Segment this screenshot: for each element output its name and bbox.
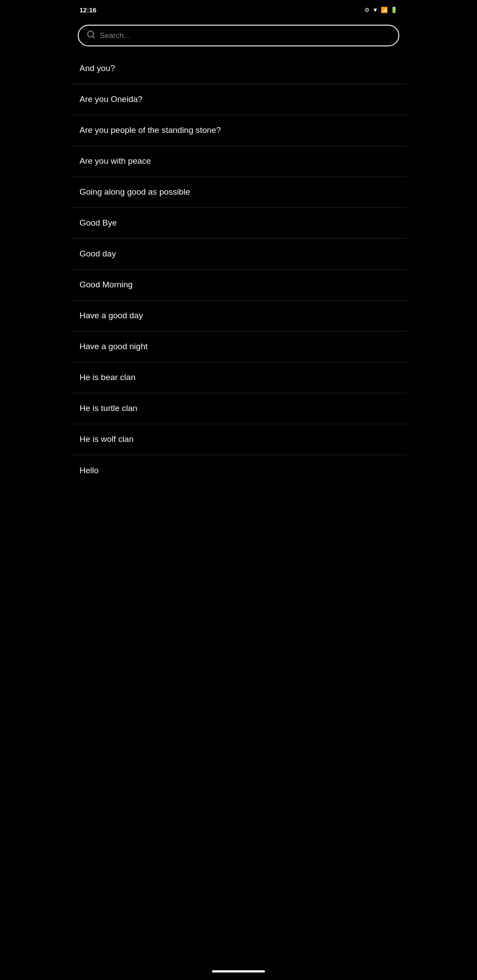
list-item-text: Good day (80, 249, 116, 260)
status-icons: ⚙ ▼ 📶 🔋 (364, 7, 398, 13)
home-indicator (212, 970, 265, 972)
signal-icon: ▼ (372, 7, 378, 13)
list-item-text: Hello (80, 465, 98, 476)
list-item[interactable]: He is bear clan (71, 362, 406, 393)
list-item[interactable]: And you? (71, 53, 406, 84)
list-item-text: Are you with peace (80, 156, 151, 167)
list-item[interactable]: Are you with peace (71, 146, 406, 177)
status-bar: 12:16 ⚙ ▼ 📶 🔋 (71, 0, 406, 19)
list-item-text: He is bear clan (80, 372, 136, 383)
search-bar[interactable] (78, 25, 399, 46)
list-item-text: He is turtle clan (80, 403, 137, 414)
list-item[interactable]: Are you Oneida? (71, 84, 406, 115)
list-item-text: Have a good night (80, 341, 148, 352)
list-container: And you?Are you Oneida?Are you people of… (71, 53, 406, 486)
notification-icon: ⚙ (364, 7, 370, 13)
list-item[interactable]: Hello (71, 455, 406, 486)
list-item[interactable]: Have a good day (71, 301, 406, 332)
list-item-text: Are you people of the standing stone? (80, 125, 221, 136)
search-input[interactable] (100, 31, 390, 40)
status-time: 12:16 (80, 6, 96, 14)
bottom-bar (71, 965, 406, 980)
list-item-text: Have a good day (80, 310, 143, 321)
list-item[interactable]: He is wolf clan (71, 424, 406, 455)
list-item[interactable]: Good Morning (71, 270, 406, 301)
list-item[interactable]: Good day (71, 239, 406, 270)
list-item[interactable]: Are you people of the standing stone? (71, 115, 406, 146)
svg-line-1 (93, 36, 95, 38)
list-item-text: Are you Oneida? (80, 94, 143, 105)
wifi-icon: 📶 (381, 7, 388, 13)
list-item[interactable]: He is turtle clan (71, 393, 406, 424)
list-item-text: Good Morning (80, 279, 132, 290)
battery-icon: 🔋 (390, 7, 398, 13)
list-item[interactable]: Good Bye (71, 208, 406, 239)
list-item-text: Good Bye (80, 218, 117, 229)
search-container (71, 19, 406, 53)
list-item-text: Going along good as possible (80, 187, 190, 198)
list-item[interactable]: Going along good as possible (71, 177, 406, 208)
list-item-text: And you? (80, 63, 115, 74)
search-icon (87, 30, 95, 41)
list-item-text: He is wolf clan (80, 434, 134, 445)
list-item[interactable]: Have a good night (71, 332, 406, 362)
